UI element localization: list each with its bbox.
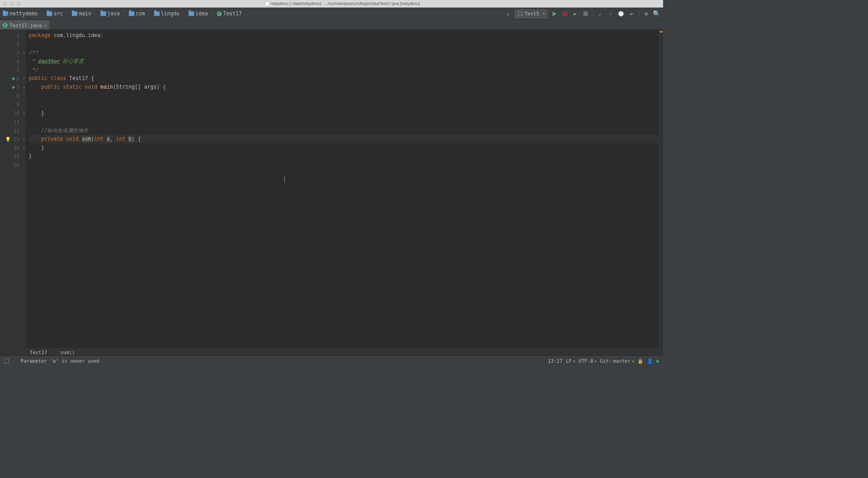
revert-button[interactable]: ↶ bbox=[627, 10, 635, 18]
code-line[interactable]: private void sum(int a, int b) { bbox=[28, 135, 659, 143]
project-structure-button[interactable]: ⊞ bbox=[642, 10, 650, 18]
gutter-line[interactable]: 13⊟💡 bbox=[0, 135, 26, 143]
update-project-button[interactable]: ↙ bbox=[596, 10, 604, 18]
code-line[interactable]: */ bbox=[28, 66, 659, 74]
code-line[interactable]: public static void main(String[] args) { bbox=[28, 83, 659, 91]
code-line[interactable] bbox=[28, 100, 659, 109]
gutter-line[interactable]: 16 bbox=[0, 161, 26, 169]
gutter-line[interactable]: 9 bbox=[0, 100, 26, 109]
git-branch[interactable]: Git: master⇅ bbox=[600, 358, 634, 364]
window-title-text: nettydemo [~/data/nettydemo] - .../src/m… bbox=[271, 2, 420, 6]
run-config-selector[interactable]: Test5 bbox=[514, 9, 547, 18]
intention-bulb-icon[interactable]: 💡 bbox=[5, 136, 11, 142]
debug-button[interactable]: 🐞 bbox=[561, 10, 569, 18]
status-bar: Parameter 'a' is never used 13:27 LF⇅ UT… bbox=[0, 356, 663, 365]
close-window-button[interactable] bbox=[3, 2, 7, 6]
code-line[interactable]: package com.lingdu.idea; bbox=[28, 31, 659, 40]
fold-icon[interactable]: ⊟ bbox=[23, 111, 25, 115]
breadcrumb-separator: 〉 bbox=[39, 10, 46, 17]
tab-close-button[interactable]: × bbox=[44, 22, 47, 28]
warning-marker[interactable] bbox=[660, 31, 663, 33]
breadcrumb-separator: 〉 bbox=[52, 349, 57, 355]
traffic-lights bbox=[3, 2, 21, 6]
line-separator[interactable]: LF⇅ bbox=[566, 358, 576, 364]
breadcrumb-nettydemo[interactable]: nettydemo bbox=[3, 10, 38, 17]
search-everywhere-button[interactable]: 🔍 bbox=[653, 10, 660, 18]
gutter-line[interactable]: 3⊟ bbox=[0, 48, 26, 57]
code-line[interactable] bbox=[28, 161, 659, 169]
folder-icon bbox=[47, 11, 52, 16]
breadcrumb-main[interactable]: main bbox=[72, 10, 91, 17]
build-button[interactable]: ⇊ bbox=[504, 10, 512, 18]
breadcrumb-separator: 〉 bbox=[146, 10, 153, 17]
maximize-window-button[interactable] bbox=[17, 2, 21, 6]
gutter-line[interactable]: 1 bbox=[0, 31, 26, 40]
folder-icon bbox=[129, 11, 134, 16]
gutter-line[interactable]: 11 bbox=[0, 118, 26, 126]
fold-icon[interactable]: ⊟ bbox=[23, 137, 25, 141]
folder-icon bbox=[100, 11, 106, 16]
gutter-line[interactable]: 15 bbox=[0, 152, 26, 161]
breadcrumb-java[interactable]: java bbox=[100, 10, 120, 17]
code-line[interactable]: /** bbox=[28, 48, 659, 57]
tab-label: Test17.java bbox=[9, 22, 42, 28]
editor-gutter[interactable]: 123⊟456⊟7⊟8910⊟111213⊟💡14⊟1516 bbox=[0, 30, 26, 348]
run-button[interactable] bbox=[551, 10, 558, 18]
gutter-line[interactable]: 7⊟ bbox=[0, 83, 26, 91]
code-line[interactable]: public class Test17 { bbox=[28, 74, 659, 83]
code-line[interactable] bbox=[28, 91, 659, 100]
code-line[interactable]: } bbox=[28, 109, 659, 118]
breadcrumb-lingdu[interactable]: lingdu bbox=[154, 10, 180, 17]
minimize-window-button[interactable] bbox=[9, 2, 14, 6]
code-line[interactable]: } bbox=[28, 143, 659, 152]
fold-icon[interactable]: ⊟ bbox=[23, 85, 25, 89]
gutter-line[interactable]: 5 bbox=[0, 66, 26, 74]
breadcrumb-test17[interactable]: Test17 bbox=[217, 10, 242, 17]
gutter-line[interactable]: 10⊟ bbox=[0, 109, 26, 118]
tab-test17[interactable]: Test17.java × bbox=[0, 20, 49, 29]
breadcrumb-src[interactable]: src bbox=[47, 10, 63, 17]
history-button[interactable]: 🕓 bbox=[617, 10, 625, 18]
error-stripe[interactable] bbox=[659, 30, 663, 348]
gutter-line[interactable]: 2 bbox=[0, 40, 26, 48]
breadcrumb-separator: 〉 bbox=[181, 10, 187, 17]
window-title-bar: nettydemo [~/data/nettydemo] - .../src/m… bbox=[0, 0, 663, 8]
class-icon bbox=[217, 11, 222, 16]
editor-breadcrumb-bar: Test17 〉 sum() bbox=[0, 348, 663, 356]
code-line[interactable] bbox=[28, 118, 659, 126]
breadcrumb-class[interactable]: Test17 bbox=[30, 350, 47, 355]
fold-icon[interactable]: ⊟ bbox=[23, 146, 25, 149]
code-line[interactable]: } bbox=[28, 152, 659, 161]
code-line[interactable]: //自动生成属性操作 bbox=[28, 126, 659, 135]
toolbar-separator bbox=[593, 10, 593, 18]
stop-button[interactable] bbox=[582, 10, 590, 18]
breadcrumb-com[interactable]: com bbox=[129, 10, 145, 17]
lock-icon[interactable]: 🔒 bbox=[637, 358, 643, 364]
status-message: Parameter 'a' is never used bbox=[13, 358, 545, 364]
gutter-line[interactable]: 12 bbox=[0, 126, 26, 135]
fold-icon[interactable]: ⊟ bbox=[23, 77, 25, 80]
tool-window-button[interactable] bbox=[4, 359, 9, 364]
code-line[interactable]: * @author 匠心零度 bbox=[28, 57, 659, 66]
file-encoding[interactable]: UTF-8⇅ bbox=[579, 358, 597, 364]
gutter-line[interactable]: 8 bbox=[0, 91, 26, 100]
breadcrumb-idea[interactable]: idea bbox=[189, 10, 208, 17]
caret-position[interactable]: 13:27 bbox=[548, 358, 562, 364]
run-gutter-icon[interactable] bbox=[13, 77, 15, 80]
folder-icon bbox=[154, 11, 160, 16]
folder-icon bbox=[189, 11, 194, 16]
code-line[interactable] bbox=[28, 40, 659, 48]
gutter-line[interactable]: 14⊟ bbox=[0, 143, 26, 152]
fold-icon[interactable]: ⊟ bbox=[23, 51, 25, 54]
gutter-line[interactable]: 4 bbox=[0, 57, 26, 66]
run-with-coverage-button[interactable]: ▶ bbox=[571, 10, 579, 18]
commit-button[interactable]: ✓ bbox=[607, 10, 614, 18]
app-icon bbox=[518, 11, 523, 16]
editor-code[interactable]: package com.lingdu.idea;/** * @author 匠心… bbox=[26, 30, 659, 348]
breadcrumb-method[interactable]: sum() bbox=[60, 350, 75, 355]
notification-icon[interactable]: ● bbox=[656, 358, 659, 364]
gutter-line[interactable]: 6⊟ bbox=[0, 74, 26, 83]
run-gutter-icon[interactable] bbox=[13, 85, 15, 89]
inspection-icon[interactable]: 👤 bbox=[647, 358, 653, 364]
folder-icon bbox=[72, 11, 77, 16]
